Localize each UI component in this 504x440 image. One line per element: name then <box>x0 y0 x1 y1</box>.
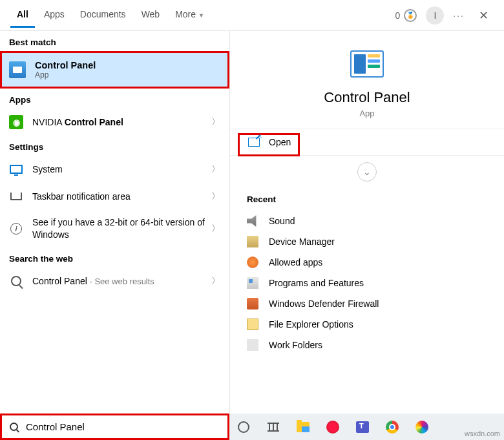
chevron-right-icon: 〉 <box>211 116 220 128</box>
recent-work-folders[interactable]: Work Folders <box>247 335 487 355</box>
teams-button[interactable] <box>355 419 370 435</box>
recent-device-manager[interactable]: Device Manager <box>247 231 487 252</box>
file-explorer-icon <box>297 422 310 432</box>
taskbar-icon <box>10 193 22 200</box>
recent-programs[interactable]: Programs and Features <box>247 273 487 293</box>
programs-icon <box>247 277 258 289</box>
results-panel: Best match Control Panel App Apps ◉ NVID… <box>0 31 229 414</box>
open-icon <box>248 138 260 147</box>
setting-bits[interactable]: i See if you have a 32-bit or 64-bit ver… <box>0 210 229 247</box>
recent-file-explorer-options[interactable]: File Explorer Options <box>247 314 487 335</box>
open-label: Open <box>269 137 291 147</box>
close-button[interactable]: ✕ <box>474 6 494 25</box>
preview-app-icon <box>350 50 384 78</box>
preview-title: Control Panel <box>230 89 504 106</box>
folder-options-icon <box>247 319 258 330</box>
start-menu-search: All Apps Documents Web More▼ 0🏅 I ··· ✕ … <box>0 0 504 440</box>
search-icon <box>10 423 18 431</box>
info-icon: i <box>10 223 22 235</box>
tab-more[interactable]: More▼ <box>169 3 211 28</box>
app-nvidia-label: NVIDIA Control Panel <box>32 117 211 127</box>
content: Best match Control Panel App Apps ◉ NVID… <box>0 31 504 414</box>
work-folders-icon <box>247 339 258 351</box>
cortana-icon <box>238 421 249 433</box>
setting-system[interactable]: System 〉 <box>0 156 229 183</box>
chevron-down-icon: ⌄ <box>363 167 371 177</box>
chrome-button[interactable] <box>384 419 400 435</box>
preview-panel: Control Panel App Open ⌄ Recent Sound De… <box>229 31 504 414</box>
setting-bits-label: See if you have a 32-bit or 64-bit versi… <box>32 216 211 241</box>
apps-header: Apps <box>0 89 229 109</box>
user-avatar[interactable]: I <box>426 6 444 25</box>
settings-header: Settings <box>0 136 229 156</box>
medal-icon: 🏅 <box>404 9 417 22</box>
best-match-item[interactable]: Control Panel App <box>0 51 229 89</box>
task-view-icon <box>268 423 279 432</box>
taskbar <box>229 414 504 440</box>
chevron-right-icon: 〉 <box>211 163 220 175</box>
chrome-icon <box>386 421 399 434</box>
teams-icon <box>356 421 369 433</box>
speaker-icon <box>247 215 258 227</box>
open-action[interactable]: Open <box>230 129 504 156</box>
chevron-down-icon: ▼ <box>198 12 204 19</box>
device-manager-icon <box>247 236 258 247</box>
recent-section: Recent Sound Device Manager Allowed apps… <box>230 188 504 362</box>
recent-defender[interactable]: Windows Defender Firewall <box>247 293 487 314</box>
web-result-label: Control Panel - See web results <box>32 276 211 286</box>
preview-subtitle: App <box>230 109 504 118</box>
app-nvidia[interactable]: ◉ NVIDIA Control Panel 〉 <box>0 109 229 136</box>
expand-button[interactable]: ⌄ <box>357 162 377 182</box>
tab-documents[interactable]: Documents <box>74 3 132 28</box>
defender-icon <box>247 298 258 309</box>
control-panel-icon <box>9 61 26 78</box>
tab-web[interactable]: Web <box>135 3 167 28</box>
tab-apps[interactable]: Apps <box>37 3 71 28</box>
header: All Apps Documents Web More▼ 0🏅 I ··· ✕ <box>0 0 504 31</box>
nvidia-icon: ◉ <box>9 115 23 129</box>
search-input[interactable] <box>26 421 220 432</box>
file-explorer-button[interactable] <box>295 419 311 435</box>
chevron-right-icon: 〉 <box>211 223 220 235</box>
firewall-icon <box>247 257 258 268</box>
opera-icon <box>326 421 339 434</box>
setting-taskbar-label: Taskbar notification area <box>32 191 211 202</box>
opera-button[interactable] <box>325 419 341 435</box>
more-options[interactable]: ··· <box>453 10 465 21</box>
recent-sound[interactable]: Sound <box>247 211 487 231</box>
watermark: wsxdn.com <box>465 430 500 437</box>
best-match-header: Best match <box>0 31 229 51</box>
task-view-button[interactable] <box>266 419 281 435</box>
recent-allowed-apps[interactable]: Allowed apps <box>247 252 487 273</box>
web-result[interactable]: Control Panel - See web results 〉 <box>0 267 229 295</box>
filter-tabs: All Apps Documents Web More▼ <box>10 3 211 28</box>
search-icon <box>11 276 21 286</box>
cortana-button[interactable] <box>236 419 251 435</box>
rewards-points[interactable]: 0🏅 <box>395 9 417 22</box>
best-match-subtitle: App <box>35 70 220 79</box>
chevron-right-icon: 〉 <box>211 275 220 287</box>
monitor-icon <box>10 165 23 174</box>
recent-header: Recent <box>247 194 487 204</box>
chevron-right-icon: 〉 <box>211 191 220 202</box>
paint-icon <box>415 421 428 434</box>
setting-taskbar[interactable]: Taskbar notification area 〉 <box>0 183 229 210</box>
search-bar[interactable] <box>0 414 229 440</box>
paint3d-button[interactable] <box>414 419 430 435</box>
best-match-title: Control Panel <box>35 60 220 70</box>
search-web-header: Search the web <box>0 247 229 267</box>
tab-all[interactable]: All <box>10 3 35 28</box>
setting-system-label: System <box>32 164 211 174</box>
